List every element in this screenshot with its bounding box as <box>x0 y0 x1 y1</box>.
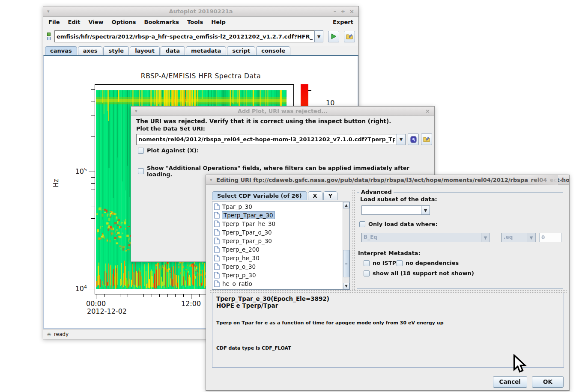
tab-layout[interactable]: layout <box>130 46 160 55</box>
y-major-tick <box>89 289 95 289</box>
where-op-arrow[interactable]: ▼ <box>527 233 536 242</box>
x-tick <box>183 294 184 297</box>
y-minor-tick <box>91 177 95 178</box>
y-minor-tick <box>91 254 95 254</box>
file-icon <box>214 280 220 287</box>
only-load-checkbox[interactable] <box>359 221 365 227</box>
editing-titlebar[interactable]: ▾ Editing URI ftp://cdaweb.gsfc.nasa.gov… <box>206 175 569 185</box>
y-minor-tick <box>91 137 95 137</box>
variable-item-Tperp_Tpar_p_30[interactable]: Tperp_Tpar_p_30 <box>212 237 343 245</box>
tab-x[interactable]: X <box>308 191 322 200</box>
subset-combo-value[interactable] <box>361 205 421 215</box>
uri-dropdown-button[interactable]: ▼ <box>397 134 406 145</box>
no-dependencies-row: no dependencies <box>397 260 459 266</box>
tab-axes[interactable]: axes <box>78 46 103 55</box>
uri-dropdown-button[interactable]: ▼ <box>314 30 323 42</box>
tab-console[interactable]: console <box>256 46 290 55</box>
tab-style[interactable]: style <box>103 46 129 55</box>
load-subset-label: Load subset of the data: <box>360 196 437 202</box>
spinner-icon: ✳ <box>47 331 51 338</box>
ok-button[interactable]: OK <box>532 376 564 388</box>
x-tick-label: 12:00 <box>181 300 201 308</box>
only-load-row: Only load data where: <box>359 221 438 227</box>
rejection-message: The URI was rejected. Verify that it is … <box>136 118 391 125</box>
subset-combo[interactable]: ▼ <box>361 205 430 215</box>
y-minor-tick <box>91 198 95 198</box>
metadata-variable-line: Tperp_Tpar_e_30(Epoch_Ele=3892) <box>216 295 560 302</box>
tab-canvas[interactable]: canvas <box>45 46 77 55</box>
variable-metadata-panel: Tperp_Tpar_e_30(Epoch_Ele=3892) HOPE e T… <box>212 293 564 368</box>
file-icon <box>214 246 220 253</box>
add-plot-titlebar[interactable]: ▾ Add Plot, URI was rejected... × <box>131 107 434 116</box>
where-op-value[interactable]: .eq <box>501 233 527 242</box>
subset-combo-arrow[interactable]: ▼ <box>421 205 430 215</box>
x-axis-date-label: 2012-12-02 <box>87 307 127 315</box>
menu-file[interactable]: File <box>48 19 60 25</box>
y-minor-tick <box>91 101 95 101</box>
tab-script[interactable]: script <box>227 46 255 55</box>
variable-item-he_o_ratio[interactable]: he_o_ratio <box>212 279 343 288</box>
no-istp-checkbox[interactable] <box>364 260 370 266</box>
menu-tools[interactable]: Tools <box>187 19 203 25</box>
where-op-combo[interactable]: .eq ▼ <box>501 233 536 242</box>
y-tick-label: 105 <box>67 167 87 175</box>
variable-item-Tperp_Tpar_he_30[interactable]: Tperp_Tpar_he_30 <box>212 220 343 228</box>
cancel-button[interactable]: Cancel <box>493 376 527 388</box>
y-minor-tick <box>91 183 95 184</box>
close-icon[interactable]: × <box>425 108 430 114</box>
x-tick <box>120 294 120 297</box>
y-minor-tick <box>91 233 95 233</box>
plot-go-button[interactable] <box>328 31 339 42</box>
menu-edit[interactable]: Edit <box>68 19 81 25</box>
minimize-icon[interactable]: – <box>334 8 337 15</box>
dialog-footer: Cancel OK <box>206 373 569 390</box>
main-titlebar[interactable]: ▾ Autoplot 20190221a – + × <box>43 6 358 17</box>
maximize-icon[interactable]: + <box>340 8 345 15</box>
variable-item-Tperp_e_200[interactable]: Tperp_e_200 <box>212 245 343 254</box>
menu-options[interactable]: Options <box>112 19 136 25</box>
variable-item-Tperp_he_30[interactable]: Tperp_he_30 <box>212 254 343 262</box>
where-value-field[interactable] <box>539 233 561 242</box>
scrollbar-thumb[interactable]: ≡ <box>343 250 349 277</box>
inspect-uri-button[interactable] <box>344 31 355 42</box>
tab-y[interactable]: Y <box>323 191 337 200</box>
uri-input[interactable] <box>54 30 314 42</box>
plot-against-checkbox[interactable] <box>138 148 144 154</box>
y-tick-label: 104 <box>67 284 87 293</box>
variable-item-Tperp_Tpar_o_30[interactable]: Tperp_Tpar_o_30 <box>212 228 343 237</box>
variable-item-Tperp_Tpar_e_30[interactable]: Tperp_Tpar_e_30 <box>212 211 343 220</box>
variable-item-Tpar_p_30[interactable]: Tpar_p_30 <box>212 202 343 211</box>
where-field-arrow[interactable]: ▼ <box>481 233 490 242</box>
list-scrollbar[interactable]: ▲ ≡ ▼ <box>343 202 349 289</box>
menu-view[interactable]: View <box>88 19 103 25</box>
close-icon[interactable]: × <box>349 8 354 15</box>
vertical-splitter[interactable] <box>352 190 355 290</box>
menu-help[interactable]: Help <box>211 19 225 25</box>
show-all-row: show all (18 support not shown) <box>364 270 474 276</box>
close-icon[interactable]: × <box>560 177 565 183</box>
advanced-group-label: Advanced <box>359 189 394 195</box>
title-fade <box>528 175 558 185</box>
file-icon <box>214 255 220 261</box>
variable-item-Tperp_p_30[interactable]: Tperp_p_30 <box>212 271 343 279</box>
dataset-uri-input[interactable] <box>136 134 397 145</box>
tab-metadata[interactable]: metadata <box>186 46 226 55</box>
show-operations-checkbox[interactable] <box>138 168 144 174</box>
show-all-checkbox[interactable] <box>364 270 370 276</box>
tab-select-cdf-variable[interactable]: Select CDF Variable (of 26) <box>212 191 307 200</box>
scroll-down-button[interactable]: ▼ <box>343 283 349 289</box>
scroll-up-button[interactable]: ▲ <box>343 202 349 208</box>
inspect-button[interactable] <box>408 134 419 145</box>
where-field-value[interactable]: B_Eq <box>361 233 481 242</box>
tab-data[interactable]: data <box>161 46 185 55</box>
cdf-variable-list[interactable]: Tpar_p_30Tperp_Tpar_e_30Tperp_Tpar_he_30… <box>212 202 350 290</box>
datasource-type-icon[interactable] <box>47 32 52 41</box>
horizontal-splitter[interactable] <box>209 290 567 293</box>
variable-item-Tperp_o_30[interactable]: Tperp_o_30 <box>212 262 343 271</box>
menu-bookmarks[interactable]: Bookmarks <box>144 19 179 25</box>
no-dependencies-checkbox[interactable] <box>397 260 403 266</box>
open-file-button[interactable] <box>421 134 432 145</box>
x-tick <box>167 294 168 297</box>
where-field-combo[interactable]: B_Eq ▼ <box>361 233 490 242</box>
expert-menu[interactable]: Expert <box>333 19 353 25</box>
